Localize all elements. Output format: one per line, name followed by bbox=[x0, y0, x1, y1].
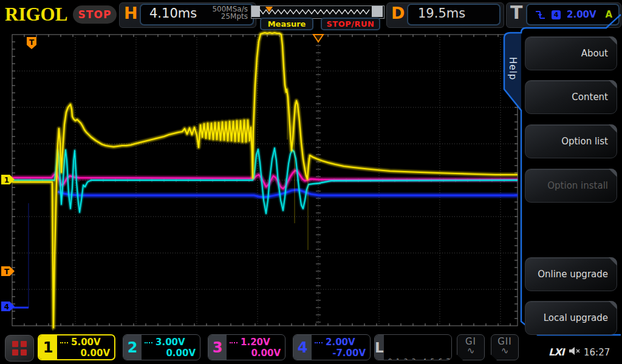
channel-2-number: 2 bbox=[123, 335, 142, 360]
dc-coupling-icon bbox=[315, 340, 323, 343]
main-menu-button[interactable] bbox=[5, 335, 34, 362]
waveform-overview-bar[interactable] bbox=[251, 5, 384, 19]
channel-3-box[interactable]: 3 1.20V 0.00V bbox=[208, 334, 285, 360]
oscilloscope-screen: RIGOL STOP H 4.10ms 500MSa/s 25Mpts Meas… bbox=[0, 0, 622, 364]
run-state-badge: STOP bbox=[73, 5, 117, 24]
menu-button-option-list[interactable]: Option list bbox=[525, 124, 617, 158]
channel-2-scale: 3.00V bbox=[156, 337, 185, 348]
menu-button-about[interactable]: About bbox=[525, 36, 617, 70]
channel-3-scale: 1.20V bbox=[241, 337, 270, 348]
channel-4-offset: -7.00V bbox=[315, 348, 366, 359]
menu-grid-icon bbox=[12, 341, 27, 356]
logic-analyzer-label: L bbox=[375, 335, 384, 360]
channel-1-scale: 5.00V bbox=[71, 337, 101, 348]
rigol-logo: RIGOL bbox=[5, 4, 67, 25]
speaker-mute-icon[interactable] bbox=[569, 347, 581, 356]
channel-3-offset: 0.00V bbox=[230, 348, 281, 359]
clock: 16:27 bbox=[584, 347, 610, 358]
menu-button-local-upgrade[interactable]: Local upgrade bbox=[525, 301, 617, 335]
channel-4-number: 4 bbox=[293, 335, 312, 360]
logic-channels-row1: 0 1 2 3 4 5 6 7 bbox=[388, 357, 452, 360]
menu-button-content[interactable]: Content bbox=[525, 80, 617, 114]
channel-1-box[interactable]: 1 5.00V 0.00V bbox=[38, 334, 115, 360]
trigger-source-badge: 4 bbox=[552, 10, 561, 19]
delay-value: 19.5ms bbox=[418, 6, 465, 21]
trigger-level-value: 2.00V bbox=[567, 9, 596, 20]
trigger-level-marker-label: T bbox=[4, 268, 10, 276]
overview-zigzag bbox=[251, 6, 383, 17]
lxi-status: LXI bbox=[549, 346, 564, 358]
channel-2-offset: 0.00V bbox=[145, 348, 196, 359]
timebase-value: 4.10ms bbox=[149, 6, 197, 21]
trigger-label: T bbox=[510, 2, 522, 23]
menu-button-option-install[interactable]: Option install bbox=[525, 169, 617, 203]
sine-icon: ∿ bbox=[467, 347, 475, 354]
trigger-mode: A bbox=[605, 9, 612, 20]
horizontal-label: H bbox=[124, 4, 138, 22]
sine-icon: ∿ bbox=[501, 347, 509, 354]
dc-coupling-icon bbox=[60, 340, 68, 343]
mem-depth: 25Mpts bbox=[199, 13, 248, 20]
trigger-time-marker-label: T bbox=[29, 38, 35, 47]
menu-button-online-upgrade[interactable]: Online upgrade bbox=[525, 257, 617, 291]
generator-2-button[interactable]: GII ∿ bbox=[491, 334, 519, 360]
channel-4-box[interactable]: 4 2.00V -7.00V bbox=[293, 334, 371, 360]
falling-edge-icon bbox=[535, 8, 547, 21]
generator-1-button[interactable]: GI ∿ bbox=[457, 334, 485, 360]
channel-3-number: 3 bbox=[208, 335, 227, 360]
help-tab[interactable]: Help bbox=[505, 35, 521, 102]
channel-4-scale: 2.00V bbox=[326, 337, 355, 348]
dc-coupling-icon bbox=[230, 340, 238, 343]
trigger-panel[interactable]: 4 2.00V A bbox=[526, 4, 620, 25]
sample-rate-memdepth: 500MSa/s 25Mpts bbox=[199, 5, 248, 20]
delay-label: D bbox=[391, 4, 405, 22]
ch4-offset-marker-label: 4 bbox=[4, 303, 9, 311]
logic-analyzer-box[interactable]: L 0 1 2 3 4 5 6 7 8 9 1011 12131415 bbox=[374, 334, 452, 360]
channel-2-box[interactable]: 2 3.00V 0.00V bbox=[123, 334, 200, 360]
channel-1-number: 1 bbox=[39, 335, 57, 359]
waveform-display[interactable]: T1T4 bbox=[0, 29, 521, 335]
ch1-offset-marker-label: 1 bbox=[4, 176, 9, 184]
channel-1-offset: 0.00V bbox=[60, 348, 110, 359]
dc-coupling-icon bbox=[145, 340, 152, 343]
